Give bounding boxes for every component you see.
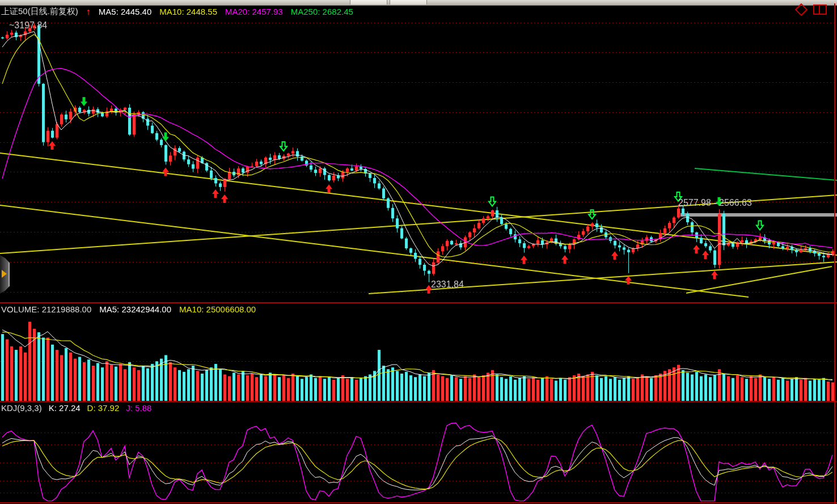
volume-ma10-value: MA10: 25006608.00: [179, 304, 256, 314]
split-window-icon-divider: [817, 6, 820, 14]
ma5-value: MA5: 2445.40: [99, 7, 151, 16]
expand-arrow-icon: [2, 270, 7, 278]
window-right-border: [834, 3, 835, 504]
kdj-j-value: J: 5.88: [126, 403, 151, 413]
volume-pane-header: VOLUME: 21219888.00 MA5: 23242944.00 MA1…: [1, 304, 256, 314]
toolbar-button[interactable]: [390, 0, 427, 5]
peak-price-label: ~3197.84: [9, 20, 47, 31]
volume-ma5-value: MA5: 23242944.00: [99, 304, 171, 314]
chart-canvas[interactable]: [0, 0, 837, 504]
chart-title: 上证50(日线.前复权): [1, 6, 78, 17]
kdj-pane-header: KDJ(9,3,3) K: 27.24 D: 37.92 J: 5.88: [1, 403, 151, 413]
top-toolbar: [0, 0, 837, 6]
split-window-icon[interactable]: [813, 5, 827, 15]
kdj-k-value: K: 27.24: [49, 403, 81, 413]
main-chart-header: 上证50(日线.前复权) ↑ MA5: 2445.40 MA10: 2448.5…: [1, 6, 353, 17]
up-arrow-icon: ↑: [86, 7, 91, 17]
volume-value: VOLUME: 21219888.00: [1, 304, 91, 314]
kdj-d-value: D: 37.92: [87, 403, 120, 413]
ma20-value: MA20: 2457.93: [225, 7, 283, 16]
low-price-label: 2331.84: [431, 279, 464, 290]
stock-app-window: 上证50(日线.前复权) ↑ MA5: 2445.40 MA10: 2448.5…: [0, 0, 837, 504]
kdj-indicator-label: KDJ(9,3,3): [1, 403, 42, 413]
toolbar-button[interactable]: [350, 0, 387, 5]
resistance-zone-label: 2577.98 - 2566.63: [678, 198, 752, 208]
ma250-value: MA250: 2682.45: [291, 7, 353, 16]
ma10-value: MA10: 2448.55: [159, 7, 217, 16]
